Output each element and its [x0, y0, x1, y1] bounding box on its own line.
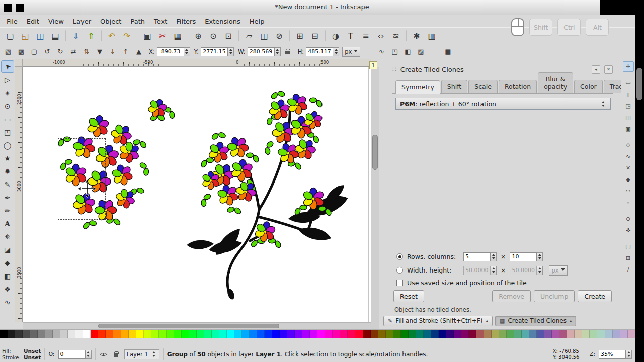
palette-swatch[interactable] — [121, 330, 129, 338]
bezier-tool[interactable]: ✒ — [1, 191, 14, 204]
move-patterns-toggle[interactable]: ▨ — [415, 46, 427, 58]
separator[interactable] — [238, 30, 239, 41]
enable-snapping-button[interactable]: ✛ — [623, 61, 634, 72]
palette-swatch[interactable] — [597, 330, 605, 338]
palette-swatch[interactable] — [628, 330, 635, 338]
palette-swatch[interactable] — [159, 330, 167, 338]
x-input[interactable] — [157, 47, 184, 56]
move-gradients-toggle[interactable]: ◧ — [401, 46, 414, 58]
palette-swatch[interactable] — [333, 330, 340, 338]
separator[interactable] — [325, 30, 326, 41]
snap-object-centers-button[interactable]: ⊙ — [623, 214, 634, 224]
y-spinner-icon[interactable] — [228, 47, 234, 56]
height-spinner-icon[interactable] — [537, 266, 543, 275]
menu-layer[interactable]: Layer — [68, 17, 96, 26]
symmetry-dropdown[interactable]: P6M : reflection + 60° rotation — [395, 98, 611, 110]
dialog-close-button[interactable]: ✕ — [604, 65, 613, 74]
palette-swatch[interactable] — [363, 330, 371, 338]
snap-path-intersections-button[interactable]: ✕ — [623, 163, 634, 173]
create-button[interactable]: Create — [578, 290, 612, 302]
rotate-cw-button[interactable]: ↻ — [54, 46, 66, 58]
palette-swatch[interactable] — [446, 330, 454, 338]
palette-swatch[interactable] — [302, 330, 310, 338]
copy-button[interactable]: ▣ — [140, 29, 154, 43]
layer-visibility-toggle[interactable] — [99, 350, 108, 359]
duplicate-button[interactable]: ▱ — [242, 29, 256, 43]
palette-swatch[interactable] — [227, 330, 234, 338]
vertical-scrollbar[interactable] — [371, 67, 379, 322]
xml-editor-button[interactable]: ‹› — [374, 29, 388, 43]
palette-swatch[interactable] — [204, 330, 212, 338]
menu-view[interactable]: View — [44, 17, 68, 26]
tab-color[interactable]: Color — [574, 80, 603, 93]
snap-grids-button[interactable]: ⊞ — [623, 253, 634, 263]
unclump-button[interactable]: Unclump — [534, 290, 575, 302]
vertical-ruler[interactable]: 250030003500 — [15, 67, 23, 322]
cut-button[interactable]: ✂ — [155, 29, 170, 43]
palette-swatch[interactable] — [265, 330, 272, 338]
preferences-button[interactable]: ✱ — [410, 29, 424, 43]
zoom-spinner-icon[interactable] — [626, 350, 632, 359]
tab-symmetry[interactable]: Symmetry — [395, 80, 440, 94]
paste-button[interactable]: ▦ — [171, 29, 185, 43]
palette-swatch[interactable] — [310, 330, 317, 338]
lower-button[interactable]: ↓ — [107, 46, 119, 58]
palette-swatch[interactable] — [83, 330, 91, 338]
dialog-dock-button[interactable]: ◂ — [592, 65, 600, 74]
palette-swatch[interactable] — [151, 330, 159, 338]
palette-swatch[interactable] — [348, 330, 355, 338]
palette-swatch[interactable] — [340, 330, 348, 338]
separator[interactable] — [289, 30, 290, 41]
selector-tool[interactable]: ➤ — [1, 60, 14, 73]
menu-object[interactable]: Object — [96, 17, 126, 26]
palette-swatch[interactable] — [234, 330, 242, 338]
palette-swatch[interactable] — [605, 330, 613, 338]
palette-swatch[interactable] — [15, 330, 23, 338]
rows-input[interactable] — [463, 252, 491, 261]
palette-swatch[interactable] — [559, 330, 567, 338]
snap-paths-button[interactable]: ∿ — [623, 151, 634, 162]
import-button[interactable]: ⇓ — [69, 29, 83, 43]
text-dialog-button[interactable]: T — [344, 29, 358, 43]
tweak-tool[interactable]: ✴ — [1, 86, 14, 99]
vertical-scrollbar-thumb[interactable] — [372, 135, 378, 170]
palette-swatch[interactable] — [393, 330, 401, 338]
node-tool[interactable]: ▷ — [1, 73, 14, 86]
height-input[interactable] — [510, 266, 537, 275]
snap-bbox-centers-button[interactable]: ▣ — [623, 124, 634, 134]
dock-fill-stroke-button[interactable]: ✎Fill and Stroke (Shift+Ctrl+F)▴ — [383, 316, 493, 326]
scale-corners-toggle[interactable]: ◰ — [388, 46, 400, 58]
palette-swatch[interactable] — [317, 330, 325, 338]
palette-swatch[interactable] — [113, 330, 121, 338]
menu-text[interactable]: Text — [149, 17, 172, 26]
opacity-input[interactable] — [58, 350, 86, 359]
create-clone-button[interactable]: ◫ — [257, 29, 271, 43]
palette-swatch[interactable] — [257, 330, 265, 338]
menu-file[interactable]: File — [2, 17, 22, 26]
pencil-tool[interactable]: ✎ — [1, 178, 14, 191]
palette-swatch[interactable] — [8, 330, 15, 338]
palette-swatch[interactable] — [212, 330, 219, 338]
selection-rect[interactable] — [58, 138, 106, 220]
raise-button[interactable]: ↑ — [120, 46, 132, 58]
open-document-button[interactable]: ◱ — [18, 29, 32, 43]
separator[interactable] — [101, 30, 102, 41]
palette-swatch[interactable] — [0, 330, 8, 338]
palette-swatch[interactable] — [431, 330, 439, 338]
scale-stroke-toggle[interactable]: ∿ — [375, 46, 387, 58]
snap-bbox-edge-midpoints-button[interactable]: ◫ — [623, 112, 634, 123]
separator[interactable] — [188, 30, 188, 41]
wh-units-dropdown[interactable]: px — [549, 265, 567, 276]
width-height-radio[interactable] — [396, 267, 403, 274]
palette-swatch[interactable] — [567, 330, 575, 338]
lower-to-bottom-button[interactable]: ▼ — [94, 46, 106, 58]
zoom-drawing-button[interactable]: ⊕ — [191, 29, 205, 43]
flip-vertical-button[interactable]: ⇅ — [80, 46, 93, 58]
dropper-tool[interactable]: ❖ — [1, 283, 14, 295]
palette-swatch[interactable] — [45, 330, 53, 338]
export-button[interactable]: ⇑ — [84, 29, 98, 43]
palette-swatch[interactable] — [106, 330, 113, 338]
palette-swatch[interactable] — [371, 330, 378, 338]
snap-bbox-corners-button[interactable]: ◳ — [623, 101, 634, 111]
x-spinner-icon[interactable] — [184, 47, 190, 56]
